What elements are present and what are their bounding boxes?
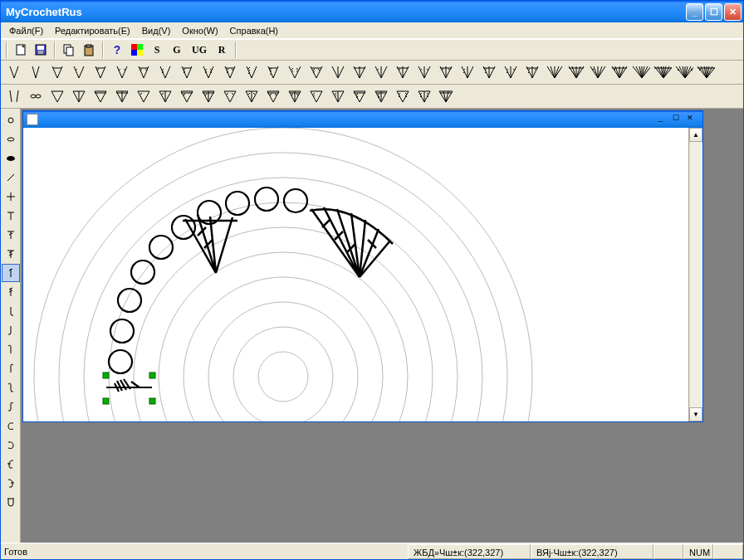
- tool-vbar[interactable]: [2, 264, 20, 282]
- stitch-v9[interactable]: [176, 62, 198, 82]
- stitch-v5[interactable]: [90, 62, 111, 82]
- scroll-up-button[interactable]: ▲: [689, 128, 702, 142]
- tool-hook2[interactable]: [2, 321, 20, 339]
- copy-button[interactable]: [60, 41, 78, 59]
- tool-sq2[interactable]: [2, 474, 20, 492]
- stitch-tri19[interactable]: [435, 86, 457, 106]
- tool-u[interactable]: [2, 493, 20, 511]
- document-titlebar[interactable]: _ ☐ ✕: [23, 111, 702, 128]
- stitch-v4[interactable]: [68, 62, 90, 82]
- menu-view[interactable]: Вид(V): [137, 24, 176, 37]
- close-button[interactable]: ✕: [724, 3, 742, 21]
- stitch-f5[interactable]: [414, 62, 435, 82]
- tool-slash[interactable]: [2, 168, 20, 187]
- stitch-v6[interactable]: [111, 62, 133, 82]
- stitch-tri12[interactable]: [284, 86, 306, 106]
- stitch-fan5[interactable]: [629, 62, 651, 82]
- tool-plus[interactable]: [2, 187, 20, 206]
- stitch-db1[interactable]: [3, 86, 25, 106]
- stitch-tri1[interactable]: [46, 86, 68, 106]
- minimize-button[interactable]: _: [686, 3, 703, 21]
- palette-button[interactable]: [128, 41, 146, 59]
- tool-t-dash2[interactable]: [2, 245, 20, 263]
- menu-help[interactable]: Справка(H): [225, 24, 283, 37]
- save-button[interactable]: [32, 41, 50, 59]
- stitch-f7[interactable]: [457, 62, 478, 82]
- stitch-tri18[interactable]: [414, 86, 435, 106]
- stitch-fan1[interactable]: [543, 62, 565, 82]
- stitch-tri7[interactable]: [176, 86, 198, 106]
- stitch-v2[interactable]: [25, 62, 46, 82]
- tool-c2[interactable]: [2, 436, 20, 454]
- stitch-tri2[interactable]: [68, 86, 90, 106]
- r-button[interactable]: R: [213, 41, 231, 59]
- stitch-tri5[interactable]: [133, 86, 154, 106]
- vertical-scrollbar[interactable]: ▲ ▼: [688, 128, 702, 421]
- stitch-tri16[interactable]: [370, 86, 392, 106]
- help-button[interactable]: ?: [108, 41, 126, 59]
- stitch-f4[interactable]: [392, 62, 414, 82]
- stitch-tri10[interactable]: [241, 86, 262, 106]
- stitch-v13[interactable]: [262, 62, 284, 82]
- doc-close-button[interactable]: ✕: [687, 114, 701, 126]
- stitch-tri15[interactable]: [349, 86, 370, 106]
- doc-maximize-button[interactable]: ☐: [673, 114, 687, 126]
- stitch-f1[interactable]: [327, 62, 349, 82]
- tool-vbar2[interactable]: [2, 283, 20, 301]
- stitch-f3[interactable]: [370, 62, 392, 82]
- tool-t-dash[interactable]: [2, 226, 20, 244]
- stitch-fan3[interactable]: [586, 62, 608, 82]
- tool-s1[interactable]: [2, 378, 20, 397]
- stitch-v8[interactable]: [154, 62, 176, 82]
- stitch-fan2[interactable]: [565, 62, 586, 82]
- s-button[interactable]: S: [148, 41, 166, 59]
- stitch-tri14[interactable]: [327, 86, 349, 106]
- tool-hook1[interactable]: [2, 302, 20, 320]
- stitch-tri6[interactable]: [154, 86, 176, 106]
- stitch-fan6[interactable]: [651, 62, 673, 82]
- paste-button[interactable]: [80, 41, 98, 59]
- menu-edit[interactable]: Редактировать(E): [50, 24, 135, 37]
- stitch-tri13[interactable]: [306, 86, 327, 106]
- doc-minimize-button[interactable]: _: [658, 114, 673, 126]
- stitch-tri9[interactable]: [219, 86, 241, 106]
- stitch-fan8[interactable]: [694, 62, 716, 82]
- menu-file[interactable]: Файл(F): [4, 24, 48, 37]
- tool-circle-small[interactable]: [2, 111, 20, 129]
- stitch-v7[interactable]: [133, 62, 154, 82]
- stitch-v14[interactable]: [284, 62, 306, 82]
- stitch-tri3[interactable]: [90, 86, 111, 106]
- stitch-tri8[interactable]: [198, 86, 219, 106]
- tool-c1[interactable]: [2, 416, 20, 435]
- stitch-tri11[interactable]: [262, 86, 284, 106]
- g-button[interactable]: G: [168, 41, 186, 59]
- new-button[interactable]: [12, 41, 30, 59]
- scroll-track[interactable]: [689, 142, 702, 407]
- menu-window[interactable]: Окно(W): [177, 24, 223, 37]
- stitch-f6[interactable]: [435, 62, 457, 82]
- tool-hook3[interactable]: [2, 340, 20, 358]
- tool-hook4[interactable]: [2, 359, 20, 377]
- stitch-v3[interactable]: [46, 62, 68, 82]
- stitch-fan4[interactable]: [608, 62, 629, 82]
- tool-s2[interactable]: [2, 397, 20, 416]
- stitch-f2[interactable]: [349, 62, 370, 82]
- stitch-f10[interactable]: [521, 62, 543, 82]
- stitch-v12[interactable]: [241, 62, 262, 82]
- ug-button[interactable]: UG: [188, 41, 211, 59]
- drawing-canvas[interactable]: [23, 128, 688, 421]
- stitch-tri17[interactable]: [392, 86, 414, 106]
- tool-oval-fill[interactable]: [2, 149, 20, 168]
- tool-t[interactable]: [2, 207, 20, 225]
- tool-oval-small[interactable]: [2, 130, 20, 149]
- stitch-db2[interactable]: [25, 86, 46, 106]
- scroll-down-button[interactable]: ▼: [689, 407, 702, 421]
- maximize-button[interactable]: ☐: [705, 3, 722, 21]
- stitch-f9[interactable]: [500, 62, 521, 82]
- stitch-v11[interactable]: [219, 62, 241, 82]
- stitch-v15[interactable]: [306, 62, 327, 82]
- stitch-v10[interactable]: [198, 62, 219, 82]
- stitch-tri4[interactable]: [111, 86, 133, 106]
- stitch-f8[interactable]: [478, 62, 500, 82]
- stitch-v1[interactable]: [3, 62, 25, 82]
